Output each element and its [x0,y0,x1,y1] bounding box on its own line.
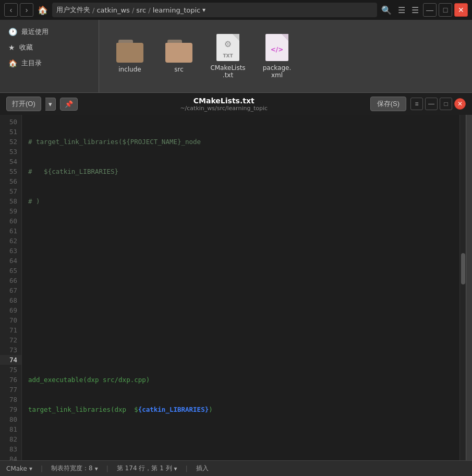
line-num-68: 68 [0,295,21,305]
line-num-64: 64 [0,256,21,266]
file-label-xml: package.xml [263,64,291,79]
recent-icon: 🕐 [8,28,17,36]
line-num-72: 72 [0,335,21,345]
line-num-59: 59 [0,206,21,216]
star-icon: ★ [8,43,15,52]
title-bar: ‹ › 🏠 用户文件夹 / catkin_ws / src / learning… [0,0,472,20]
line-num-73: 73 [0,345,21,355]
scrollbar[interactable] [459,115,466,460]
maximize-button[interactable]: □ [439,3,452,17]
code-line-59: target_link_libraries(dxp ${catkin_LIBRA… [28,404,453,414]
breadcrumb-catkin[interactable]: catkin_ws [96,6,130,14]
code-line-57 [28,345,453,355]
line-num-66: 66 [0,276,21,285]
status-lang-label: CMake [6,465,27,472]
file-src[interactable]: src [161,40,197,73]
breadcrumb-dropdown[interactable]: ▾ [202,6,205,14]
open-button[interactable]: 打开(O) [6,97,41,111]
line-num-82: 82 [0,434,21,444]
home-button[interactable]: 🏠 [35,3,50,17]
sidebar: 🕐 最近使用 ★ 收藏 🏠 主目录 [0,20,99,92]
status-position[interactable]: 第 174 行，第 1 列 ▾ [117,464,177,473]
code-line-51: # ${catkin_LIBRARIES} [28,166,453,176]
code-line-50: # target_link_libraries(${PROJECT_NAME}_… [28,137,453,147]
editor-minimize-button[interactable]: — [425,98,438,110]
file-include[interactable]: include [112,40,148,73]
status-pos-dropdown-icon: ▾ [174,465,177,472]
home-icon: 🏠 [8,59,17,67]
sidebar-label-home: 主目录 [21,58,42,68]
editor-menu-button[interactable]: ≡ [410,98,423,110]
line-num-81: 81 [0,424,21,434]
breadcrumb: 用户文件夹 / catkin_ws / src / learning_topic… [52,3,377,17]
line-num-69: 69 [0,305,21,315]
editor-close-button[interactable]: ✕ [454,98,466,110]
line-numbers: 50 51 52 53 54 55 56 57 58 59 60 61 62 6… [0,115,22,460]
status-bar: CMake ▾ | 制表符宽度：8 ▾ | 第 174 行，第 1 列 ▾ | … [0,460,472,476]
status-tab-dropdown-icon: ▾ [95,465,98,472]
line-num-67: 67 [0,285,21,295]
status-mode-label: 插入 [196,464,209,473]
code-line-53 [28,226,453,236]
editor-title: CMakeLists.txt ~/catkin_ws/src/learning_… [82,97,366,112]
editor-window-controls: ≡ — □ ✕ [410,98,466,110]
line-num-71: 71 [0,325,21,335]
folder-icon [116,40,143,63]
status-tab-width[interactable]: 制表符宽度：8 ▾ [51,464,98,473]
status-pos-label: 第 174 行，第 1 列 [117,464,172,473]
status-lang-dropdown-icon: ▾ [29,465,32,472]
editor-maximize-button[interactable]: □ [440,98,452,110]
xml-icon: </> [265,34,288,61]
code-line-58: add_executable(dxp src/dxp.cpp) [28,375,453,385]
line-num-54: 54 [0,157,21,166]
line-num-65: 65 [0,266,21,276]
line-num-63: 63 [0,246,21,256]
file-xml[interactable]: </> package.xml [259,34,295,79]
code-line-52: # ) [28,196,453,206]
file-label-include: include [118,66,141,73]
code-line-60 [28,434,453,444]
line-num-80: 80 [0,414,21,424]
sidebar-item-favorites[interactable]: ★ 收藏 [0,40,99,55]
file-label-cmake: CMakeLists.txt [210,64,245,79]
sidebar-label-recent: 最近使用 [21,27,49,37]
cmake-icon: ⚙ TXT [216,34,239,61]
line-num-55: 55 [0,166,21,176]
line-num-61: 61 [0,226,21,236]
save-button[interactable]: 保存(S) [370,97,406,111]
line-num-78: 78 [0,395,21,404]
editor-path: ~/catkin_ws/src/learning_topic [82,105,366,112]
menu-button[interactable]: ☰ [409,3,421,17]
back-button[interactable]: ‹ [4,3,18,17]
line-num-51: 51 [0,127,21,137]
pin-button[interactable]: 📌 [60,98,78,111]
editor-filename: CMakeLists.txt [82,97,366,105]
code-line-54 [28,256,453,266]
sidebar-item-home[interactable]: 🏠 主目录 [0,55,99,71]
sidebar-label-favorites: 收藏 [19,43,33,52]
close-button[interactable]: ✕ [454,3,468,17]
files-area: include src ⚙ TXT CMakeLists.txt [99,20,472,92]
view-toggle-button[interactable]: ☰ [396,3,407,17]
line-num-75: 75 [0,365,21,375]
breadcrumb-topic[interactable]: learning_topic [153,6,201,14]
sidebar-item-recent[interactable]: 🕐 最近使用 [0,24,99,40]
line-num-50: 50 [0,117,21,127]
breadcrumb-home[interactable]: 用户文件夹 [56,5,90,15]
forward-button[interactable]: › [20,3,33,17]
line-num-79: 79 [0,404,21,414]
code-editor[interactable]: 50 51 52 53 54 55 56 57 58 59 60 61 62 6… [0,115,472,460]
code-line-56 [28,315,453,325]
status-lang[interactable]: CMake ▾ [6,465,32,472]
line-num-62: 62 [0,236,21,246]
line-num-74: 74 [0,355,21,365]
minimize-button[interactable]: — [423,3,437,17]
open-dropdown[interactable]: ▾ [45,98,56,111]
file-cmake[interactable]: ⚙ TXT CMakeLists.txt [210,34,246,79]
search-button[interactable]: 🔍 [379,3,394,17]
breadcrumb-src[interactable]: src [136,6,146,14]
line-num-77: 77 [0,385,21,395]
line-num-53: 53 [0,147,21,157]
scrollbar-thumb[interactable] [461,253,465,284]
editor-window: 打开(O) ▾ 📌 CMakeLists.txt ~/catkin_ws/src… [0,93,472,476]
